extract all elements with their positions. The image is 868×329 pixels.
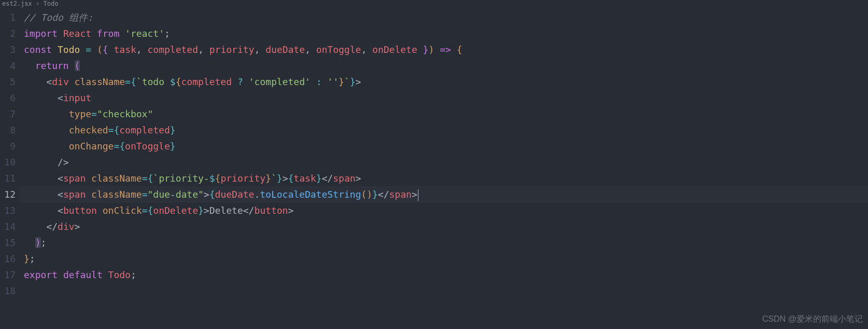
line-number[interactable]: 8 xyxy=(0,122,20,138)
line-number[interactable]: 4 xyxy=(0,58,20,74)
line-number[interactable]: 12 xyxy=(0,186,20,202)
code-line[interactable]: onChange={onToggle} xyxy=(20,138,868,154)
code-line[interactable]: }; xyxy=(20,251,868,267)
line-number[interactable]: 11 xyxy=(0,170,20,186)
code-line[interactable]: </div> xyxy=(20,218,868,235)
text-cursor xyxy=(418,189,418,201)
breadcrumb-symbol[interactable]: Todo xyxy=(44,0,59,7)
code-line[interactable] xyxy=(20,283,868,299)
line-number[interactable]: 17 xyxy=(0,267,20,283)
code-line[interactable]: <span className={`priority-${priority}`}… xyxy=(20,170,868,186)
code-line[interactable]: <span className="due-date">{dueDate.toLo… xyxy=(20,186,868,202)
line-number[interactable]: 7 xyxy=(0,106,20,122)
line-number[interactable]: 9 xyxy=(0,138,20,154)
code-line[interactable]: checked={completed} xyxy=(20,122,868,138)
code-line[interactable]: import React from 'react'; xyxy=(20,25,868,42)
watermark: CSDN @爱米的前端小笔记 xyxy=(762,314,863,325)
line-number[interactable]: 15 xyxy=(0,235,20,251)
code-line[interactable]: type="checkbox" xyxy=(20,106,868,122)
code-line[interactable]: /> xyxy=(20,154,868,170)
line-number[interactable]: 5 xyxy=(0,74,20,90)
breadcrumb-file[interactable]: est2.jsx xyxy=(2,0,32,7)
code-line[interactable]: <div className={`todo ${completed ? 'com… xyxy=(20,74,868,90)
line-number[interactable]: 14 xyxy=(0,218,20,235)
line-number[interactable]: 10 xyxy=(0,154,20,170)
code-line[interactable]: return ( xyxy=(20,58,868,74)
code-line[interactable]: <button onClick={onDelete}>Delete</butto… xyxy=(20,202,868,218)
breadcrumb[interactable]: est2.jsx › Todo xyxy=(0,0,868,7)
breadcrumb-sep: › xyxy=(36,0,39,7)
code-line[interactable]: // Todo 组件: xyxy=(20,9,868,25)
line-number[interactable]: 13 xyxy=(0,202,20,218)
line-number[interactable]: 3 xyxy=(0,42,20,58)
code-editor[interactable]: 1 2 3 4 5 6 7 8 9 10 11 12 13 14 15 16 1… xyxy=(0,7,868,328)
code-area[interactable]: // Todo 组件: import React from 'react'; c… xyxy=(20,7,868,328)
line-gutter[interactable]: 1 2 3 4 5 6 7 8 9 10 11 12 13 14 15 16 1… xyxy=(0,7,20,328)
code-line[interactable]: ); xyxy=(20,235,868,251)
line-number[interactable]: 18 xyxy=(0,283,20,299)
line-number[interactable]: 16 xyxy=(0,251,20,267)
code-line[interactable]: const Todo = ({ task, completed, priorit… xyxy=(20,42,868,58)
line-number[interactable]: 2 xyxy=(0,25,20,42)
code-line[interactable]: export default Todo; xyxy=(20,267,868,283)
line-number[interactable]: 1 xyxy=(0,9,20,25)
code-line[interactable]: <input xyxy=(20,90,868,106)
line-number[interactable]: 6 xyxy=(0,90,20,106)
